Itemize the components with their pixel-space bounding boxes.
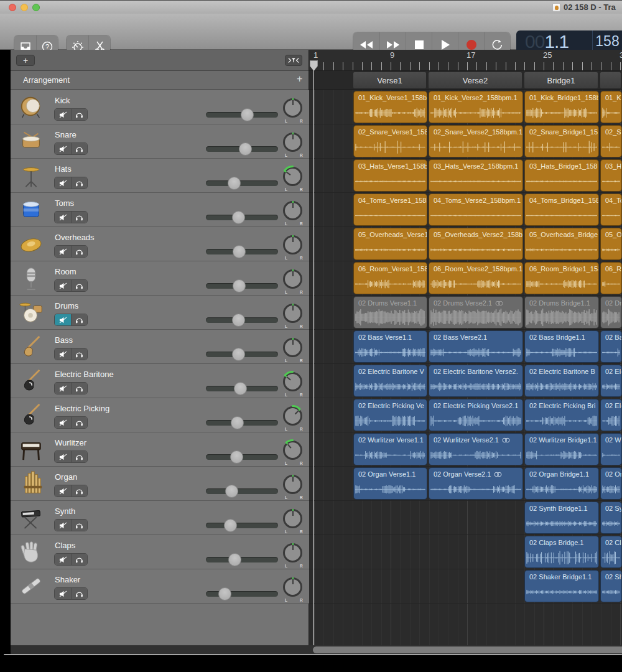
audio-region[interactable]: 06_Room_Verse2_158bpm.1 — [429, 262, 523, 294]
volume-slider-thumb[interactable] — [224, 519, 237, 532]
track-header-row[interactable]: Electric PickingLR — [11, 398, 309, 432]
volume-slider[interactable] — [206, 352, 278, 357]
track-header-row[interactable]: ShakerLR — [11, 569, 309, 604]
pan-knob[interactable] — [283, 338, 302, 357]
pan-knob[interactable] — [283, 98, 302, 118]
audio-region[interactable]: 03_Ha — [600, 159, 622, 192]
solo-button[interactable] — [71, 588, 87, 599]
mute-button[interactable] — [55, 485, 71, 497]
volume-slider-thumb[interactable] — [233, 279, 246, 292]
volume-slider-thumb[interactable] — [241, 108, 254, 121]
solo-button[interactable] — [71, 314, 87, 325]
volume-slider-thumb[interactable] — [230, 450, 243, 464]
volume-slider-thumb[interactable] — [233, 245, 246, 258]
mute-button[interactable] — [55, 383, 71, 394]
volume-slider[interactable] — [206, 146, 278, 152]
audio-region[interactable]: 02 Wurlitzer Verse2.1 — [429, 433, 523, 465]
mute-button[interactable] — [55, 143, 71, 154]
volume-slider[interactable] — [206, 454, 278, 460]
mute-button[interactable] — [55, 177, 71, 189]
audio-region[interactable]: 01_Kick_Verse2_158bpm.1 — [429, 91, 523, 123]
pan-knob[interactable] — [283, 304, 302, 323]
volume-slider-thumb[interactable] — [232, 211, 245, 224]
volume-slider[interactable] — [206, 557, 278, 562]
mute-button[interactable] — [55, 212, 71, 223]
track-header-row[interactable]: DrumsLR — [11, 296, 309, 330]
audio-region[interactable]: 01_Kick_Verse1_158bp — [353, 91, 427, 123]
audio-region[interactable]: 01_Kic — [600, 91, 622, 123]
volume-slider[interactable] — [206, 591, 278, 597]
audio-region[interactable]: 02_Snare_Verse2_158bpm.1 — [429, 125, 523, 157]
solo-button[interactable] — [71, 417, 87, 428]
volume-slider[interactable] — [206, 215, 278, 220]
audio-region[interactable]: 02 Ba — [600, 330, 622, 363]
audio-region[interactable]: 02 Drums Bridge1.1 — [524, 296, 599, 329]
solo-button[interactable] — [71, 143, 87, 154]
audio-region[interactable]: 02 Electric Baritone B — [524, 365, 599, 397]
audio-region[interactable]: 03_Hats_Verse2_158bpm.1 — [429, 159, 523, 192]
volume-slider-thumb[interactable] — [239, 142, 252, 156]
audio-region[interactable]: 03_Hats_Bridge1_158 — [524, 159, 599, 192]
bar-ruler[interactable]: 19172533 — [309, 50, 622, 71]
volume-slider[interactable] — [206, 317, 278, 323]
volume-slider[interactable] — [206, 283, 278, 289]
horizontal-scrollbar-thumb[interactable] — [313, 646, 622, 653]
audio-region[interactable]: 02_Sn — [600, 125, 622, 157]
arrangement-marker[interactable] — [600, 72, 621, 88]
volume-slider[interactable] — [206, 249, 278, 254]
volume-slider[interactable] — [206, 523, 278, 528]
track-header-row[interactable]: KickLR — [11, 90, 309, 124]
audio-region[interactable]: 02 Electric Picking Verse2.1 — [429, 399, 523, 431]
mute-button[interactable] — [55, 588, 71, 599]
track-header-row[interactable]: HatsLR — [11, 159, 309, 193]
audio-region[interactable]: 04_Toms_Verse2_158bpm.1 — [429, 194, 523, 226]
volume-slider[interactable] — [206, 180, 278, 186]
audio-region[interactable]: 02 Electric Picking Bri — [524, 399, 599, 431]
pan-knob[interactable] — [283, 269, 302, 289]
mute-button[interactable] — [55, 280, 71, 291]
audio-region[interactable]: 02 Bass Bridge1.1 — [524, 330, 599, 363]
pan-knob[interactable] — [283, 406, 302, 426]
audio-region[interactable]: 02 Cla — [600, 536, 622, 568]
solo-button[interactable] — [71, 520, 87, 531]
track-header-row[interactable]: Electric BaritoneLR — [11, 364, 309, 398]
track-header-row[interactable]: RoomLR — [11, 261, 309, 296]
pan-knob[interactable] — [283, 167, 302, 186]
audio-region[interactable]: 05_Overheads_Verse2_158b — [429, 228, 523, 260]
arrangement-track-header[interactable]: Arrangement + — [11, 71, 309, 90]
mute-button[interactable] — [55, 520, 71, 531]
solo-button[interactable] — [71, 212, 87, 223]
audio-region[interactable]: 02 Shaker Bridge1.1 — [524, 570, 599, 602]
pan-knob[interactable] — [283, 577, 302, 597]
volume-slider[interactable] — [206, 420, 278, 426]
audio-region[interactable]: 05_Overheads_Bridge — [524, 228, 599, 260]
audio-region[interactable]: 02 Bass Verse1.1 — [353, 330, 427, 363]
audio-region[interactable]: 02 Organ Bridge1.1 — [524, 467, 599, 500]
volume-slider[interactable] — [206, 112, 278, 118]
audio-region[interactable]: 02_Snare_Verse1_158 — [353, 125, 427, 157]
audio-region[interactable]: 02 Dru — [600, 296, 622, 329]
solo-button[interactable] — [71, 280, 87, 291]
volume-slider-thumb[interactable] — [228, 553, 241, 566]
audio-region[interactable]: 02 Synth Bridge1.1 — [524, 502, 599, 534]
audio-region[interactable]: 02 Sh — [600, 570, 622, 602]
mute-button[interactable] — [55, 246, 71, 257]
track-filter-button[interactable] — [285, 55, 302, 66]
pan-knob[interactable] — [283, 201, 302, 220]
minimize-window-button[interactable] — [21, 4, 28, 11]
track-header-row[interactable]: TomsLR — [11, 193, 309, 227]
solo-button[interactable] — [71, 246, 87, 257]
mute-button[interactable] — [55, 417, 71, 428]
pan-knob[interactable] — [283, 441, 302, 460]
track-header-row[interactable]: SynthLR — [11, 501, 309, 535]
mute-button[interactable] — [55, 451, 71, 462]
audio-region[interactable]: 04_To — [600, 194, 622, 226]
audio-region[interactable]: 02 Bass Verse2.1 — [429, 330, 523, 363]
audio-region[interactable]: 06_Room_Bridge1_158 — [524, 262, 599, 294]
zoom-window-button[interactable] — [32, 4, 40, 11]
audio-region[interactable]: 04_Toms_Verse1_158b — [353, 194, 427, 226]
audio-region[interactable]: 03_Hats_Verse1_158b — [353, 159, 427, 192]
add-track-button[interactable]: + — [16, 55, 35, 66]
volume-slider-thumb[interactable] — [218, 587, 231, 600]
audio-region[interactable]: 05_Overheads_Verse1 — [353, 228, 427, 260]
